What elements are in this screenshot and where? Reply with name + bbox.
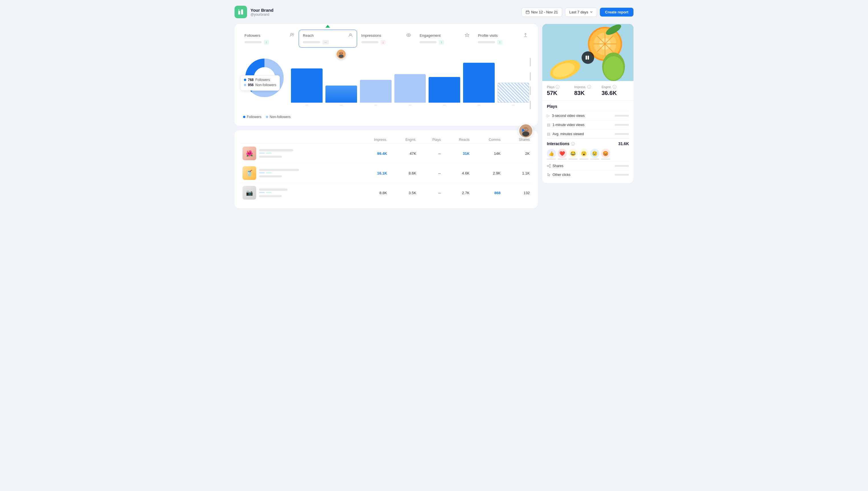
- followers-donut-label: Followers: [255, 78, 270, 82]
- content-item-2: 🥤: [243, 166, 354, 180]
- thumb-emoji-2: 🥤: [246, 170, 253, 176]
- plays-bar-1: [615, 115, 629, 117]
- brand-details: Your Brand @yourbrand: [250, 8, 274, 17]
- date-range-button[interactable]: Nov 12 - Nov 21: [522, 7, 562, 17]
- chart-legend: Followers Non-followers: [240, 115, 532, 120]
- svg-text:i: i: [614, 86, 615, 88]
- reacts-2: 4.6K: [443, 163, 472, 183]
- shares-row: Shares: [547, 162, 629, 170]
- plays-stat-value: 57K: [547, 90, 574, 96]
- non-followers-legend-label: Non-followers: [270, 115, 290, 119]
- svg-point-7: [291, 33, 292, 35]
- sad-emoji: 😢: [590, 149, 599, 158]
- play-triangle-icon: ▷: [547, 114, 550, 118]
- plays-stat-label: Plays: [547, 85, 555, 89]
- emoji-angry: 😡: [601, 149, 610, 160]
- shares-bar: [615, 165, 629, 167]
- followers-badge: ↑: [264, 40, 269, 45]
- brand-handle: @yourbrand: [250, 12, 274, 17]
- svg-rect-3: [526, 11, 529, 14]
- metric-tab-reach[interactable]: Reach →: [299, 30, 357, 48]
- tag-3a: [259, 192, 265, 193]
- impress-1: 99.4K: [377, 151, 387, 156]
- metrics-card: Followers: [235, 24, 538, 126]
- table-row[interactable]: 📷: [240, 183, 532, 203]
- emoji-wow: 😮: [579, 149, 588, 160]
- chevron-down-icon: [590, 10, 593, 13]
- avatar-pin: [336, 49, 346, 59]
- info-icon-engmt[interactable]: i: [613, 85, 616, 89]
- stat-impress: Impress. i 83K: [574, 85, 601, 96]
- engagement-tab-label: Engagement: [420, 33, 440, 38]
- metric-tab-followers[interactable]: Followers: [240, 30, 299, 48]
- shares-3: 132: [503, 183, 532, 203]
- panel-image-content: [542, 24, 633, 81]
- legend-tooltip: 768 Followers 956 Non-followers: [240, 75, 280, 91]
- cursor-icon: [547, 173, 551, 177]
- svg-point-12: [408, 34, 409, 36]
- followers-icon: [290, 33, 294, 38]
- info-icon-impress[interactable]: i: [587, 85, 591, 89]
- profile-visits-badge: ↑: [497, 40, 502, 45]
- tag-2a: [259, 172, 265, 173]
- content-item-3: 📷: [243, 186, 354, 200]
- svg-rect-2: [238, 9, 239, 10]
- other-clicks-row: Other clicks: [547, 170, 629, 179]
- video-play-icon[interactable]: [582, 51, 594, 64]
- impress-stat-label: Impress.: [574, 85, 586, 89]
- svg-point-18: [340, 53, 341, 54]
- followers-legend-label: Followers: [247, 115, 261, 119]
- other-clicks-left: Other clicks: [547, 173, 570, 177]
- impressions-badge: ↓: [381, 40, 386, 45]
- svg-point-27: [527, 129, 527, 130]
- bar-group-3: —: [360, 57, 392, 106]
- metric-tab-engagement[interactable]: Engagement ↑: [415, 30, 474, 48]
- engmt-3: 3.5K: [389, 183, 418, 203]
- emoji-haha: 😂: [568, 149, 578, 160]
- followers-tab-label: Followers: [245, 33, 260, 38]
- metric-tab-impressions[interactable]: Impressions ↓: [357, 30, 415, 48]
- plays-item-2-label: 1-minute video views: [553, 123, 585, 127]
- content-thumb-1: 🌺: [243, 147, 256, 160]
- info-icon-interactions[interactable]: i: [571, 142, 575, 146]
- scroll-indicators: [530, 58, 531, 109]
- brand-info: Your Brand @yourbrand: [235, 6, 274, 18]
- thumb-emoji-1: 🌺: [246, 150, 253, 157]
- metric-tab-profile-visits[interactable]: Profile visits ↑: [474, 30, 532, 48]
- plays-item-1: ▷ 3-second video views: [547, 111, 629, 120]
- table-row[interactable]: 🥤: [240, 163, 532, 183]
- donut-chart: 768 Followers 956 Non-followers: [243, 56, 286, 99]
- content-meta-2: [259, 169, 299, 177]
- emoji-sad: 😢: [590, 149, 599, 160]
- bar-group-1: —: [291, 57, 322, 106]
- interactions-title: Interactions i: [547, 141, 575, 146]
- comms-2: 2.9K: [472, 163, 503, 183]
- svg-point-53: [550, 164, 551, 165]
- wow-emoji: 😮: [579, 149, 588, 158]
- emoji-row: 👍 ❤️ 😂 😮: [547, 149, 629, 160]
- angry-emoji: 😡: [601, 149, 610, 158]
- plays-bar-2: [615, 124, 629, 126]
- engagement-icon: [465, 33, 469, 38]
- impress-3: 8.8K: [356, 183, 390, 203]
- col-header-reacts: Reacts: [443, 136, 472, 144]
- impress-stat-value: 83K: [574, 90, 601, 96]
- brand-name: Your Brand: [250, 8, 274, 12]
- table-row[interactable]: 🌺: [240, 144, 532, 163]
- brand-logo: [235, 6, 247, 18]
- create-report-button[interactable]: Create report: [600, 8, 633, 17]
- svg-text:i: i: [557, 86, 558, 88]
- profile-visits-icon: [523, 33, 528, 38]
- profile-visits-tab-label: Profile visits: [478, 33, 498, 38]
- impressions-icon: [406, 33, 411, 38]
- plays-item-1-label: 3-second video views: [552, 114, 585, 118]
- info-icon-plays[interactable]: i: [556, 85, 559, 89]
- reach-tab-label: Reach: [303, 33, 314, 38]
- period-button[interactable]: Last 7 days: [565, 7, 597, 17]
- stat-plays: Plays i 57K: [547, 85, 574, 96]
- reach-badge: →: [322, 40, 329, 45]
- shares-2: 1.1K: [503, 163, 532, 183]
- right-panel: Plays i 57K Impress. i: [542, 24, 633, 183]
- header: Your Brand @yourbrand Nov 12 - Nov 21 La…: [235, 6, 633, 18]
- header-right: Nov 12 - Nov 21 Last 7 days Create repor…: [522, 7, 633, 17]
